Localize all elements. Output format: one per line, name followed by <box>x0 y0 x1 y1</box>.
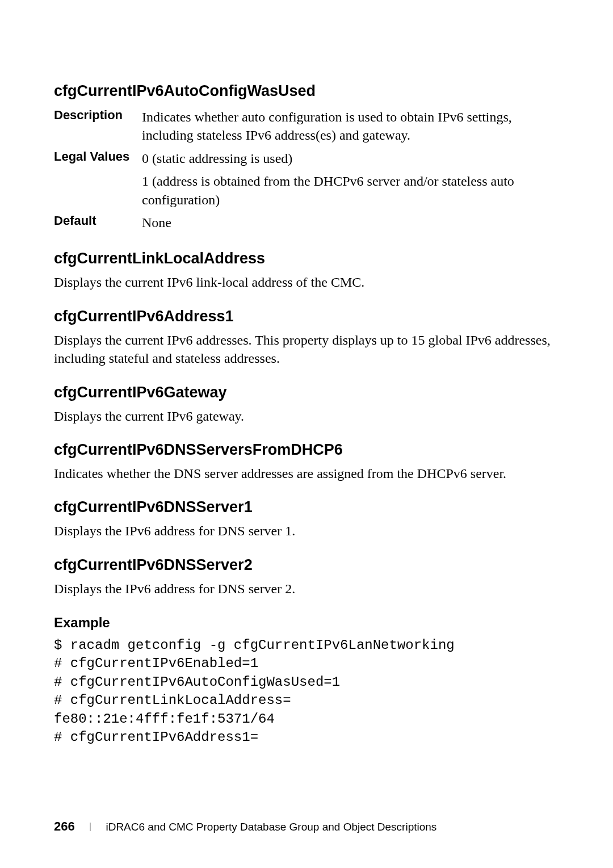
section-heading-gateway: cfgCurrentIPv6Gateway <box>54 384 559 401</box>
def-value-description: Indicates whether auto configuration is … <box>142 106 559 147</box>
section-heading-linklocal: cfgCurrentLinkLocalAddress <box>54 250 559 267</box>
def-label-legal-values: Legal Values <box>54 147 142 211</box>
section-heading-autoconfig: cfgCurrentIPv6AutoConfigWasUsed <box>54 82 559 100</box>
def-row-legal-values: Legal Values 0 (static addressing is use… <box>54 147 559 211</box>
body-text-linklocal: Displays the current IPv6 link-local add… <box>54 273 559 291</box>
def-row-default: Default None <box>54 211 559 234</box>
footer-separator: | <box>89 821 91 831</box>
def-label-description: Description <box>54 106 142 147</box>
body-text-dnsserver1: Displays the IPv6 address for DNS server… <box>54 522 559 540</box>
body-text-address1: Displays the current IPv6 addresses. Thi… <box>54 331 559 368</box>
section-heading-dnsfromdhcp: cfgCurrentIPv6DNSServersFromDHCP6 <box>54 441 559 459</box>
def-label-default: Default <box>54 211 142 234</box>
section-heading-dnsserver2: cfgCurrentIPv6DNSServer2 <box>54 556 559 574</box>
section-heading-dnsserver1: cfgCurrentIPv6DNSServer1 <box>54 498 559 516</box>
body-text-gateway: Displays the current IPv6 gateway. <box>54 407 559 425</box>
body-text-dnsfromdhcp: Indicates whether the DNS server address… <box>54 464 559 483</box>
def-value-legal-values: 0 (static addressing is used) 1 (address… <box>142 147 559 211</box>
legal-values-line-2: 1 (address is obtained from the DHCPv6 s… <box>142 172 559 209</box>
code-block-example: $ racadm getconfig -g cfgCurrentIPv6LanN… <box>54 636 559 747</box>
definition-table-autoconfig: Description Indicates whether auto confi… <box>54 106 559 234</box>
legal-values-line-1: 0 (static addressing is used) <box>142 149 559 167</box>
footer-page-number: 266 <box>54 819 75 833</box>
subsection-heading-example: Example <box>54 615 559 631</box>
section-heading-address1: cfgCurrentIPv6Address1 <box>54 308 559 325</box>
page-footer: 266 | iDRAC6 and CMC Property Database G… <box>54 819 559 834</box>
def-value-default: None <box>142 211 559 234</box>
body-text-dnsserver2: Displays the IPv6 address for DNS server… <box>54 580 559 598</box>
footer-title: iDRAC6 and CMC Property Database Group a… <box>106 821 436 833</box>
def-row-description: Description Indicates whether auto confi… <box>54 106 559 147</box>
